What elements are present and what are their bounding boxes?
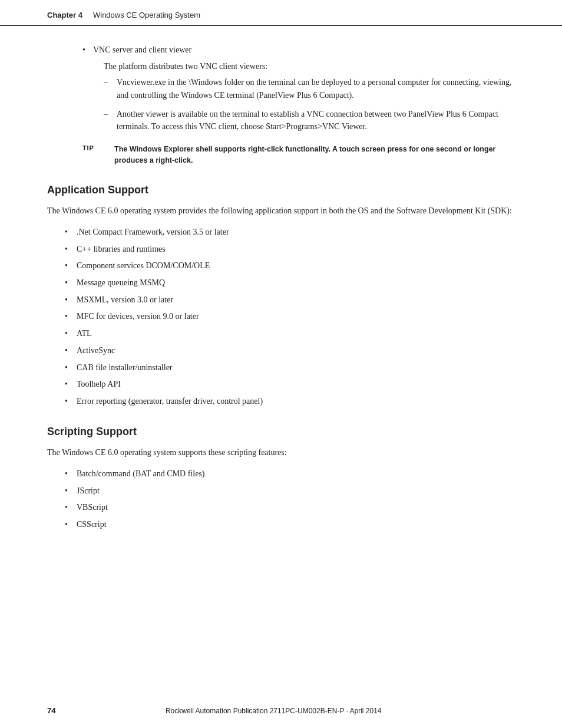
dash-item-2: Another viewer is available on the termi… [104, 108, 515, 133]
scripting-support-list: Batch/command (BAT and CMD files) JScrip… [65, 467, 515, 531]
tip-label: TIP [82, 144, 104, 151]
application-support-heading: Application Support [47, 184, 515, 196]
dash-item-1: Vncviewer.exe in the \Windows folder on … [104, 76, 515, 101]
footer-page-number: 74 [47, 706, 55, 715]
list-item: C++ libraries and runtimes [65, 243, 515, 256]
list-item: MSXML, version 3.0 or later [65, 294, 515, 307]
dash-list: Vncviewer.exe in the \Windows folder on … [104, 76, 515, 133]
scripting-support-intro: The Windows CE 6.0 operating system supp… [47, 446, 515, 459]
header-title: Windows CE Operating System [93, 11, 200, 19]
vnc-bullet: VNC server and client viewer The platfor… [82, 44, 515, 133]
application-support-section: Application Support The Windows CE 6.0 o… [47, 184, 515, 408]
list-item: Error reporting (generator, transfer dri… [65, 395, 515, 408]
tip-text: The Windows Explorer shell supports righ… [114, 144, 515, 166]
list-item: Toolhelp API [65, 378, 515, 391]
dash-item-2-text: Another viewer is available on the termi… [117, 110, 498, 131]
page-footer: 74 Rockwell Automation Publication 2711P… [0, 706, 562, 715]
list-item: Component services DCOM/COM/OLE [65, 259, 515, 272]
list-item: VBScript [65, 501, 515, 514]
list-item: CSScript [65, 518, 515, 531]
application-support-list: .Net Compact Framework, version 3.5 or l… [65, 226, 515, 408]
list-item: .Net Compact Framework, version 3.5 or l… [65, 226, 515, 239]
page-header: Chapter 4 Windows CE Operating System [0, 0, 562, 26]
top-bullet-list: VNC server and client viewer The platfor… [82, 44, 515, 133]
page: Chapter 4 Windows CE Operating System VN… [0, 0, 562, 728]
footer-publication: Rockwell Automation Publication 2711PC-U… [166, 707, 382, 715]
scripting-support-heading: Scripting Support [47, 426, 515, 438]
dash-item-1-text: Vncviewer.exe in the \Windows folder on … [117, 78, 511, 100]
list-item: MFC for devices, version 9.0 or later [65, 310, 515, 323]
list-item: CAB file installer/uninstaller [65, 361, 515, 374]
list-item: JScript [65, 485, 515, 498]
list-item: ATL [65, 327, 515, 340]
vnc-bullet-text: VNC server and client viewer [93, 45, 191, 54]
application-support-intro: The Windows CE 6.0 operating system prov… [47, 205, 515, 218]
list-item: ActiveSync [65, 344, 515, 357]
top-bullet-section: VNC server and client viewer The platfor… [47, 44, 515, 166]
tip-box: TIP The Windows Explorer shell supports … [82, 144, 515, 166]
header-chapter: Chapter 4 [47, 11, 82, 19]
scripting-support-section: Scripting Support The Windows CE 6.0 ope… [47, 426, 515, 531]
vnc-sub-intro: The platform distributes two VNC client … [104, 60, 515, 73]
main-content: VNC server and client viewer The platfor… [0, 26, 562, 571]
list-item: Message queueing MSMQ [65, 276, 515, 289]
list-item: Batch/command (BAT and CMD files) [65, 467, 515, 480]
